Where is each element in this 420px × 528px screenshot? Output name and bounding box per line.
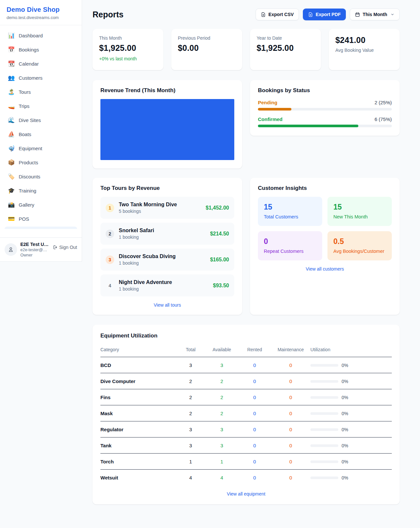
shop-header: Demo Dive Shop demo.test.divestreams.com: [0, 0, 82, 25]
stat-label: This Month: [99, 35, 157, 41]
sidebar-item-reports[interactable]: [5, 227, 77, 229]
table-row: Mask 2 2 0 0 0%: [100, 405, 392, 421]
column-header: Rented: [238, 344, 271, 357]
sidebar-item-label: Dive Sites: [19, 117, 41, 123]
table-row: Tank 3 3 0 0 0%: [100, 437, 392, 454]
tile-value: 0: [264, 237, 316, 246]
export-csv-button[interactable]: Export CSV: [256, 9, 299, 20]
progress-fill: [258, 125, 358, 127]
status-count: 6 (75%): [374, 116, 392, 122]
sidebar-item-bookings[interactable]: 📅 Bookings: [3, 43, 78, 57]
discounts-icon: 🏷️: [8, 174, 14, 179]
shop-domain: demo.test.divestreams.com: [7, 15, 75, 20]
tile-value: 15: [264, 203, 316, 212]
view-all-tours-link[interactable]: View all tours: [100, 302, 234, 308]
tour-name: Discover Scuba Diving: [119, 254, 205, 259]
sidebar-item-label: Equipment: [19, 146, 42, 151]
sidebar-item-boats[interactable]: ⛵ Boats: [3, 127, 78, 141]
tour-name: Night Dive Adventure: [119, 279, 208, 285]
rank-badge: 4: [106, 281, 114, 290]
sidebar-item-calendar[interactable]: 📆 Calendar: [3, 57, 78, 71]
table-row: Regulator 3 3 0 0 0%: [100, 421, 392, 437]
file-download-icon: [308, 12, 313, 17]
shop-name: Demo Dive Shop: [7, 6, 75, 13]
export-pdf-button[interactable]: Export PDF: [303, 9, 346, 20]
utilization-bar: [310, 364, 338, 367]
sidebar-item-label: Gallery: [19, 202, 34, 208]
tour-revenue: $93.50: [213, 283, 229, 289]
progress-track: [258, 108, 392, 111]
tour-name: Snorkel Safari: [119, 228, 205, 234]
boats-icon: ⛵: [8, 132, 14, 137]
tile-repeat-customers: 0 Repeat Customers: [258, 231, 322, 260]
tile-new-this-month: 15 New This Month: [327, 197, 392, 226]
sidebar-item-label: Bookings: [19, 47, 39, 52]
sidebar-item-label: Calendar: [19, 61, 39, 67]
sidebar-item-customers[interactable]: 👥 Customers: [3, 71, 78, 85]
sidebar-item-tours[interactable]: 🏝️ Tours: [3, 85, 78, 99]
sidebar-item-discounts[interactable]: 🏷️ Discounts: [3, 170, 78, 184]
period-dropdown[interactable]: This Month: [350, 9, 400, 20]
table-header-row: Category Total Available Rented Maintena…: [100, 344, 392, 357]
tour-revenue: $214.50: [210, 231, 229, 237]
tour-bookings: 1 booking: [119, 286, 208, 292]
list-item: 4 Night Dive Adventure 1 booking $93.50: [100, 274, 234, 296]
sidebar-item-equipment[interactable]: 🤿 Equipment: [3, 141, 78, 155]
sidebar-item-label: Trips: [19, 103, 30, 109]
stat-value: $0.00: [178, 43, 236, 53]
stat-label: Year to Date: [257, 35, 314, 41]
rank-badge: 3: [106, 255, 114, 264]
status-row-confirmed: Confirmed 6 (75%): [258, 116, 392, 127]
revenue-trend-bar: [100, 99, 234, 160]
page-header: Reports Export CSV Export PDF: [93, 9, 400, 20]
sidebar-item-training[interactable]: 🎓 Training: [3, 184, 78, 198]
stat-value: $1,925.00: [257, 43, 314, 53]
sidebar-item-dive-sites[interactable]: 🌊 Dive Sites: [3, 113, 78, 127]
utilization-bar: [310, 477, 338, 479]
tile-total-customers: 15 Total Customers: [258, 197, 322, 226]
tile-label: Total Customers: [264, 214, 316, 219]
avatar: [5, 243, 17, 256]
list-item: 2 Snorkel Safari 1 booking $214.50: [100, 223, 234, 245]
sidebar-user-footer: E2E Test U… e2e-tester@… Owner Sign Out: [0, 237, 82, 261]
calendar-icon: 📆: [8, 61, 14, 67]
view-all-customers-link[interactable]: View all customers: [258, 266, 392, 272]
utilization-bar: [310, 380, 338, 383]
tile-avg-bookings-customer: 0.5 Avg Bookings/Customer: [327, 231, 392, 260]
products-icon: 📦: [8, 160, 14, 165]
sidebar-item-dashboard[interactable]: 📊 Dashboard: [3, 29, 78, 43]
sign-out-button[interactable]: Sign Out: [52, 245, 77, 250]
sidebar-item-pos[interactable]: 💳 POS: [3, 212, 78, 226]
sidebar: Demo Dive Shop demo.test.divestreams.com…: [0, 0, 82, 262]
revenue-trend-card: Revenue Trend (This Month): [93, 80, 242, 169]
equipment-utilization-title: Equipment Utilization: [100, 333, 392, 339]
main-content: Reports Export CSV Export PDF: [82, 0, 420, 518]
sidebar-item-gallery[interactable]: 📸 Gallery: [3, 198, 78, 212]
stat-label: Avg Booking Value: [335, 48, 393, 53]
tour-bookings: 5 bookings: [119, 209, 201, 214]
table-row: Fins 2 2 0 0 0%: [100, 389, 392, 405]
dashboard-icon: 📊: [8, 33, 14, 38]
equipment-table: Category Total Available Rented Maintena…: [100, 344, 392, 485]
tour-bookings: 1 booking: [119, 234, 205, 240]
tile-label: New This Month: [333, 214, 386, 219]
customer-insights-card: Customer Insights 15 Total Customers 15 …: [250, 178, 400, 315]
tour-name: Two Tank Morning Dive: [119, 202, 201, 208]
utilization-bar: [310, 396, 338, 399]
column-header: Utilization: [310, 344, 392, 357]
sidebar-item-label: POS: [19, 216, 29, 222]
customer-insights-title: Customer Insights: [258, 185, 392, 192]
table-row: Dive Computer 2 2 0 0 0%: [100, 373, 392, 389]
utilization-bar: [310, 444, 338, 447]
column-header: Total: [176, 344, 205, 357]
sidebar-item-products[interactable]: 📦 Products: [3, 155, 78, 170]
header-actions: Export CSV Export PDF This Month: [256, 9, 400, 20]
sidebar-nav: 📊 Dashboard 📅 Bookings 📆 Calendar 👥 Cust…: [0, 25, 82, 237]
tile-label: Repeat Customers: [264, 249, 316, 254]
tour-revenue: $1,452.00: [206, 205, 229, 211]
equipment-utilization-card: Equipment Utilization Category Total Ava…: [93, 325, 400, 504]
sidebar-item-trips[interactable]: 🚤 Trips: [3, 99, 78, 113]
person-icon: [8, 247, 14, 253]
view-all-equipment-link[interactable]: View all equipment: [100, 491, 392, 497]
status-row-pending: Pending 2 (25%): [258, 100, 392, 111]
